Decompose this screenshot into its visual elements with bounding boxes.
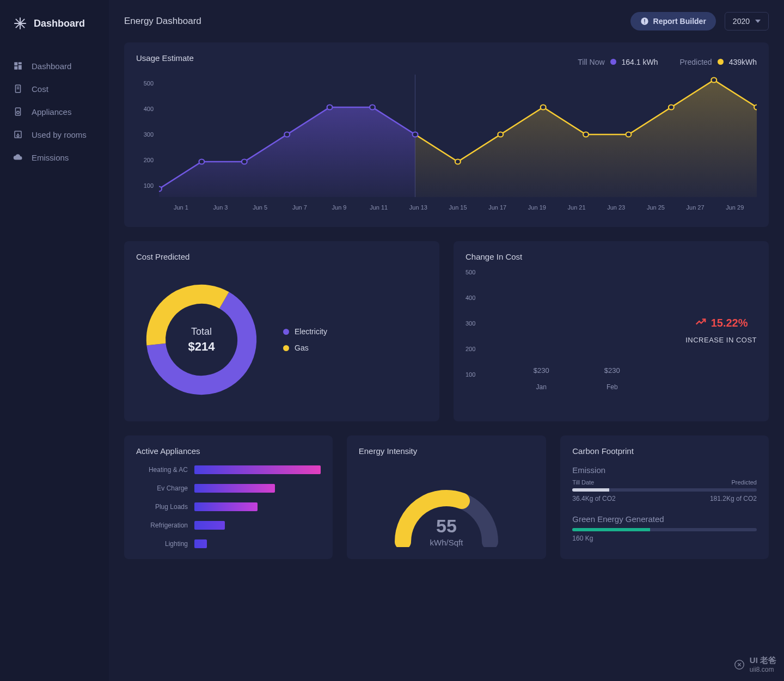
sidebar-item-emissions[interactable]: Emissions (0, 146, 109, 169)
report-builder-button[interactable]: Report Builder (630, 12, 716, 30)
dot-icon (283, 345, 289, 351)
y-tick: 300 (136, 131, 154, 138)
sidebar-item-appliances[interactable]: Appliances (0, 100, 109, 123)
sidebar: Dashboard Dashboard Cost Appliances (0, 0, 109, 681)
y-tick: 400 (465, 295, 475, 301)
x-tick: Jun 27 (676, 204, 715, 211)
y-axis: 500400300200100 (465, 269, 475, 378)
x-tick: Feb (587, 383, 636, 391)
appliance-label: Plug Loads (136, 503, 188, 511)
svg-rect-18 (644, 23, 645, 23)
appliance-bar (194, 484, 275, 493)
x-tick: Jun 15 (438, 204, 478, 211)
appliance-bar-track (194, 539, 321, 548)
cost-title: Cost Predicted (136, 252, 427, 261)
emission-progress (572, 488, 757, 492)
sidebar-item-label: Appliances (32, 107, 71, 116)
svg-point-28 (498, 132, 503, 137)
svg-rect-6 (19, 65, 22, 70)
green-title: Green Energy Generated (572, 514, 757, 524)
y-tick: 200 (465, 346, 475, 352)
intensity-title: Energy Intensity (359, 446, 535, 456)
x-tick: Jan (517, 383, 566, 391)
y-tick: 100 (136, 182, 154, 189)
report-builder-label: Report Builder (653, 17, 706, 26)
cloud-icon (13, 152, 23, 162)
change-in-cost-card: Change In Cost 500400300200100 $230$230 … (454, 241, 769, 421)
legend-item: Gas (283, 343, 327, 352)
sidebar-item-cost[interactable]: Cost (0, 77, 109, 100)
svg-point-22 (242, 159, 247, 164)
svg-point-20 (159, 187, 162, 192)
svg-point-12 (17, 111, 20, 114)
sidebar-item-label: Cost (32, 84, 48, 94)
y-tick: 300 (465, 320, 475, 327)
x-tick: Jun 7 (280, 204, 320, 211)
svg-point-24 (327, 105, 333, 110)
appliance-row: Plug Loads (136, 502, 321, 511)
appliance-label: Heating & AC (136, 466, 188, 474)
sidebar-item-rooms[interactable]: Used by rooms (0, 123, 109, 146)
legend-label: Till Now (578, 58, 604, 66)
svg-point-21 (199, 159, 204, 164)
carbon-footprint-card: Carbon Footprint Emission Till Date Pred… (560, 435, 769, 559)
bar-column: $230 (517, 366, 566, 378)
x-tick: Jun 19 (517, 204, 557, 211)
svg-point-29 (541, 105, 546, 110)
snowflake-logo-icon (13, 16, 27, 30)
svg-point-30 (583, 132, 589, 137)
emission-till-value: 36.4Kg of CO2 (572, 495, 615, 502)
bar-column: $230 (587, 366, 636, 378)
legend-predicted: Predicted 439kWh (679, 58, 757, 66)
nav: Dashboard Cost Appliances Used by rooms (0, 51, 109, 172)
appliance-row: Ev Charge (136, 484, 321, 493)
appliance-row: Lighting (136, 539, 321, 548)
donut-center-label: Total (188, 326, 215, 338)
main: Energy Dashboard Report Builder 2020 Usa… (109, 0, 784, 681)
sidebar-item-dashboard[interactable]: Dashboard (0, 54, 109, 77)
x-tick: Jun 21 (557, 204, 597, 211)
gauge-unit: kWh/Sqft (430, 538, 463, 547)
usage-legend: Till Now 164.1 kWh Predicted 439kWh (578, 58, 757, 66)
appliance-bar-track (194, 521, 321, 530)
change-subtitle: INCREASE IN COST (685, 336, 757, 344)
appliance-bar-track (194, 484, 321, 493)
appliances-list: Heating & ACEv ChargePlug LoadsRefrigera… (136, 465, 321, 548)
x-tick: Jun 5 (240, 204, 280, 211)
appliance-row: Refrigeration (136, 521, 321, 530)
appliance-bar (194, 465, 321, 474)
svg-point-26 (413, 132, 418, 137)
appliance-bar (194, 539, 207, 548)
svg-point-14 (17, 134, 19, 137)
legend-label: Predicted (679, 58, 712, 66)
appliance-icon (13, 107, 23, 116)
green-energy-section: Green Energy Generated 160 Kg (572, 514, 757, 542)
green-progress (572, 528, 757, 531)
svg-point-33 (711, 78, 716, 83)
sidebar-item-label: Dashboard (32, 62, 71, 71)
appliances-title: Active Appliances (136, 446, 321, 456)
change-title: Change In Cost (465, 252, 757, 261)
emission-title: Emission (572, 465, 757, 475)
x-tick: Jun 1 (161, 204, 201, 211)
svg-point-25 (370, 105, 375, 110)
alert-circle-icon (640, 17, 649, 26)
brand: Dashboard (0, 0, 109, 51)
x-tick: Jun 17 (477, 204, 517, 211)
appliance-label: Refrigeration (136, 522, 188, 529)
room-icon (13, 130, 23, 139)
appliance-label: Lighting (136, 540, 188, 548)
donut-legend: ElectricityGas (283, 327, 327, 352)
energy-intensity-card: Energy Intensity 55 kWh/Sqft (347, 435, 547, 559)
emission-pred-value: 181.2Kg of CO2 (710, 495, 757, 502)
y-tick: 100 (465, 371, 475, 378)
year-selector[interactable]: 2020 (725, 12, 769, 30)
svg-point-23 (284, 132, 290, 137)
x-axis: Jun 1Jun 3Jun 5Jun 7Jun 9Jun 11Jun 13Jun… (159, 204, 757, 211)
x-tick: Jun 3 (201, 204, 241, 211)
top-actions: Report Builder 2020 (630, 12, 769, 30)
cost-donut-chart: Total $214 (142, 280, 261, 400)
appliance-label: Ev Charge (136, 484, 188, 492)
svg-rect-17 (644, 19, 645, 22)
x-axis: JanFeb (484, 383, 669, 391)
